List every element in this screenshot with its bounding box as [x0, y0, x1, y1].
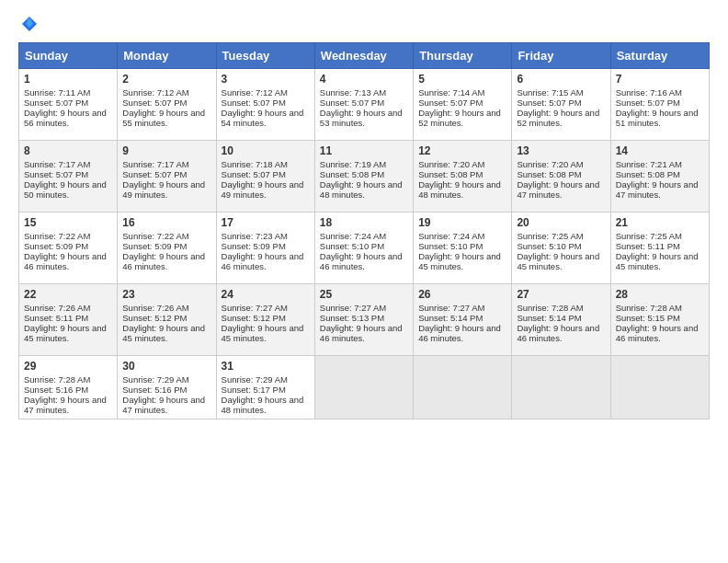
day-number: 10 — [222, 144, 310, 157]
sunrise-text: Sunrise: 7:28 AM — [517, 303, 583, 313]
day-number: 20 — [517, 216, 605, 229]
daylight-text: Daylight: 9 hours and 48 minutes. — [320, 179, 403, 200]
sunrise-text: Sunrise: 7:21 AM — [616, 159, 682, 169]
sunset-text: Sunset: 5:07 PM — [418, 98, 483, 108]
daylight-text: Daylight: 9 hours and 45 minutes. — [616, 251, 699, 271]
sunset-text: Sunset: 5:07 PM — [320, 98, 384, 108]
table-row — [314, 356, 413, 419]
table-row — [414, 356, 512, 419]
day-number: 28 — [616, 288, 704, 301]
day-number: 22 — [24, 288, 112, 301]
table-row: 19Sunrise: 7:24 AMSunset: 5:10 PMDayligh… — [414, 213, 512, 284]
sunrise-text: Sunrise: 7:19 AM — [320, 159, 386, 169]
sunset-text: Sunset: 5:17 PM — [222, 385, 286, 395]
col-monday: Monday — [118, 43, 216, 69]
daylight-text: Daylight: 9 hours and 45 minutes. — [418, 251, 501, 271]
sunset-text: Sunset: 5:15 PM — [616, 313, 680, 323]
table-row: 10Sunrise: 7:18 AMSunset: 5:07 PMDayligh… — [216, 141, 314, 213]
table-row: 8Sunrise: 7:17 AMSunset: 5:07 PMDaylight… — [19, 141, 118, 213]
sunset-text: Sunset: 5:11 PM — [24, 313, 88, 323]
daylight-text: Daylight: 9 hours and 45 minutes. — [517, 251, 599, 271]
sunrise-text: Sunrise: 7:25 AM — [616, 231, 682, 241]
table-row: 29Sunrise: 7:28 AMSunset: 5:16 PMDayligh… — [19, 356, 118, 419]
day-number: 5 — [418, 73, 506, 86]
sunrise-text: Sunrise: 7:25 AM — [517, 231, 583, 241]
sunset-text: Sunset: 5:08 PM — [616, 169, 680, 179]
table-row: 31Sunrise: 7:29 AMSunset: 5:17 PMDayligh… — [216, 356, 314, 419]
day-number: 31 — [222, 360, 310, 373]
table-row: 20Sunrise: 7:25 AMSunset: 5:10 PMDayligh… — [512, 213, 610, 284]
day-number: 19 — [418, 216, 506, 229]
sunset-text: Sunset: 5:07 PM — [222, 98, 286, 108]
table-row: 2Sunrise: 7:12 AMSunset: 5:07 PMDaylight… — [118, 69, 216, 141]
table-row — [512, 356, 610, 419]
sunrise-text: Sunrise: 7:15 AM — [517, 87, 583, 98]
table-row: 3Sunrise: 7:12 AMSunset: 5:07 PMDaylight… — [216, 69, 314, 141]
sunrise-text: Sunrise: 7:26 AM — [122, 303, 188, 313]
day-number: 23 — [122, 288, 210, 301]
daylight-text: Daylight: 9 hours and 46 minutes. — [320, 251, 403, 271]
daylight-text: Daylight: 9 hours and 50 minutes. — [24, 179, 107, 200]
table-row: 22Sunrise: 7:26 AMSunset: 5:11 PMDayligh… — [19, 284, 118, 356]
sunrise-text: Sunrise: 7:27 AM — [418, 303, 484, 313]
sunset-text: Sunset: 5:07 PM — [24, 169, 88, 179]
sunset-text: Sunset: 5:14 PM — [418, 313, 483, 323]
sunset-text: Sunset: 5:07 PM — [122, 98, 187, 108]
day-number: 25 — [320, 288, 408, 301]
day-number: 9 — [122, 144, 210, 157]
day-number: 11 — [320, 144, 408, 157]
day-number: 12 — [418, 144, 506, 157]
sunrise-text: Sunrise: 7:26 AM — [24, 303, 90, 313]
sunrise-text: Sunrise: 7:24 AM — [418, 231, 484, 241]
sunset-text: Sunset: 5:07 PM — [222, 169, 286, 179]
sunrise-text: Sunrise: 7:11 AM — [24, 87, 90, 98]
col-tuesday: Tuesday — [216, 43, 314, 69]
table-row: 17Sunrise: 7:23 AMSunset: 5:09 PMDayligh… — [216, 213, 314, 284]
daylight-text: Daylight: 9 hours and 46 minutes. — [517, 323, 599, 343]
day-number: 15 — [24, 216, 112, 229]
day-number: 30 — [122, 360, 210, 373]
sunset-text: Sunset: 5:08 PM — [418, 169, 483, 179]
table-row: 11Sunrise: 7:19 AMSunset: 5:08 PMDayligh… — [314, 141, 413, 213]
sunset-text: Sunset: 5:12 PM — [122, 313, 187, 323]
day-number: 4 — [320, 73, 408, 86]
daylight-text: Daylight: 9 hours and 56 minutes. — [24, 108, 107, 128]
sunrise-text: Sunrise: 7:20 AM — [418, 159, 484, 169]
sunrise-text: Sunrise: 7:22 AM — [24, 231, 90, 241]
sunset-text: Sunset: 5:07 PM — [122, 169, 187, 179]
sunrise-text: Sunrise: 7:27 AM — [320, 303, 386, 313]
sunrise-text: Sunrise: 7:12 AM — [122, 87, 188, 98]
day-number: 26 — [418, 288, 506, 301]
table-row: 5Sunrise: 7:14 AMSunset: 5:07 PMDaylight… — [414, 69, 512, 141]
table-row: 9Sunrise: 7:17 AMSunset: 5:07 PMDaylight… — [118, 141, 216, 213]
table-row: 25Sunrise: 7:27 AMSunset: 5:13 PMDayligh… — [314, 284, 413, 356]
daylight-text: Daylight: 9 hours and 47 minutes. — [24, 395, 107, 415]
table-row: 18Sunrise: 7:24 AMSunset: 5:10 PMDayligh… — [314, 213, 413, 284]
table-row: 26Sunrise: 7:27 AMSunset: 5:14 PMDayligh… — [414, 284, 512, 356]
day-number: 3 — [222, 73, 310, 86]
daylight-text: Daylight: 9 hours and 54 minutes. — [222, 108, 304, 128]
day-number: 8 — [24, 144, 112, 157]
sunrise-text: Sunrise: 7:17 AM — [24, 159, 90, 169]
sunrise-text: Sunrise: 7:22 AM — [122, 231, 188, 241]
daylight-text: Daylight: 9 hours and 49 minutes. — [222, 179, 304, 200]
sunset-text: Sunset: 5:09 PM — [122, 241, 187, 251]
calendar-page: Sunday Monday Tuesday Wednesday Thursday… — [0, 0, 728, 563]
header-row: Sunday Monday Tuesday Wednesday Thursday… — [19, 43, 710, 69]
sunrise-text: Sunrise: 7:28 AM — [616, 303, 682, 313]
daylight-text: Daylight: 9 hours and 47 minutes. — [122, 395, 205, 415]
day-number: 21 — [616, 216, 704, 229]
logo — [18, 15, 39, 33]
day-number: 13 — [517, 144, 605, 157]
day-number: 16 — [122, 216, 210, 229]
sunrise-text: Sunrise: 7:28 AM — [24, 374, 90, 385]
col-saturday: Saturday — [610, 43, 709, 69]
sunset-text: Sunset: 5:07 PM — [616, 98, 680, 108]
table-row: 13Sunrise: 7:20 AMSunset: 5:08 PMDayligh… — [512, 141, 610, 213]
sunset-text: Sunset: 5:09 PM — [222, 241, 286, 251]
sunrise-text: Sunrise: 7:18 AM — [222, 159, 288, 169]
sunset-text: Sunset: 5:10 PM — [517, 241, 581, 251]
day-number: 2 — [122, 73, 210, 86]
table-row: 14Sunrise: 7:21 AMSunset: 5:08 PMDayligh… — [610, 141, 709, 213]
col-wednesday: Wednesday — [314, 43, 413, 69]
